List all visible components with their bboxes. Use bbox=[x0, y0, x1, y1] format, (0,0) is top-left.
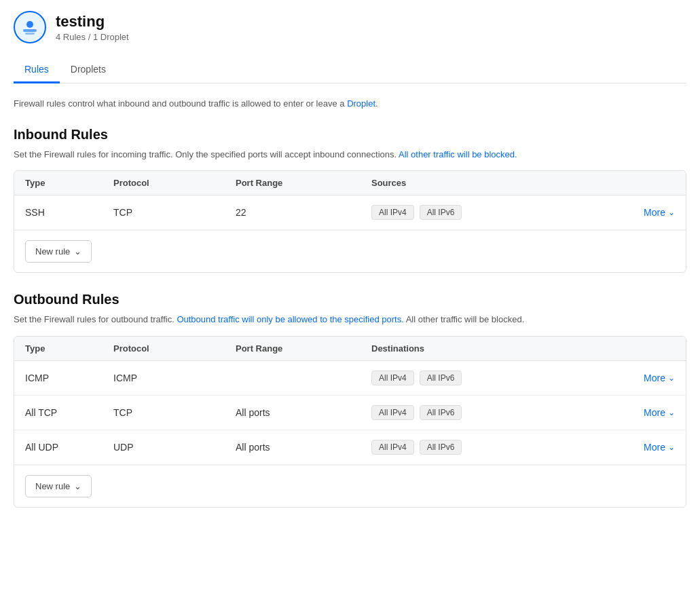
outbound-protocol-icmp: ICMP bbox=[113, 373, 236, 383]
outbound-col-destinations: Destinations bbox=[371, 343, 593, 354]
svg-point-0 bbox=[26, 21, 33, 28]
firewall-description: Firewall rules control what inbound and … bbox=[14, 97, 686, 111]
outbound-destinations-udp: All IPv4 All IPv6 bbox=[371, 440, 593, 455]
outbound-rules-table: Type Protocol Port Range Destinations IC… bbox=[14, 336, 686, 508]
outbound-col-protocol: Protocol bbox=[113, 343, 236, 354]
inbound-table-header: Type Protocol Port Range Sources bbox=[14, 171, 686, 195]
inbound-type-ssh: SSH bbox=[25, 207, 113, 218]
inbound-section: Inbound Rules Set the Firewall rules for… bbox=[14, 127, 686, 273]
outbound-type-udp: All UDP bbox=[25, 442, 113, 453]
outbound-new-rule-button[interactable]: New rule ⌄ bbox=[25, 475, 92, 497]
outbound-destinations-icmp: All IPv4 All IPv6 bbox=[371, 371, 593, 385]
outbound-col-type: Type bbox=[25, 343, 113, 354]
inbound-protocol-ssh: TCP bbox=[113, 207, 236, 218]
chevron-down-icon: ⌄ bbox=[74, 481, 81, 491]
inbound-port-ssh: 22 bbox=[236, 207, 371, 218]
page-header: testing 4 Rules / 1 Droplet bbox=[14, 11, 686, 43]
chevron-down-icon: ⌄ bbox=[668, 408, 675, 417]
inbound-block-link: All other traffic will be blocked. bbox=[399, 149, 517, 159]
outbound-col-port: Port Range bbox=[236, 343, 371, 354]
firewall-avatar bbox=[14, 11, 46, 43]
outbound-more-icmp[interactable]: More ⌄ bbox=[593, 373, 675, 383]
outbound-description: Set the Firewall rules for outbound traf… bbox=[14, 313, 686, 326]
inbound-new-rule-label: New rule bbox=[35, 246, 70, 257]
chevron-down-icon: ⌄ bbox=[668, 442, 675, 452]
outbound-title: Outbound Rules bbox=[14, 292, 686, 307]
outbound-type-tcp: All TCP bbox=[25, 407, 113, 418]
outbound-type-icmp: ICMP bbox=[25, 373, 113, 383]
tab-rules[interactable]: Rules bbox=[14, 57, 60, 83]
tab-bar: Rules Droplets bbox=[14, 57, 686, 83]
badge-all-ipv4: All IPv4 bbox=[371, 205, 414, 220]
inbound-description: Set the Firewall rules for incoming traf… bbox=[14, 148, 686, 162]
outbound-port-udp: All ports bbox=[236, 442, 371, 453]
inbound-sources-ssh: All IPv4 All IPv6 bbox=[371, 205, 593, 220]
inbound-col-protocol: Protocol bbox=[113, 178, 236, 188]
inbound-col-port: Port Range bbox=[236, 178, 371, 188]
outbound-new-rule-row: New rule ⌄ bbox=[14, 465, 686, 507]
svg-rect-2 bbox=[25, 33, 35, 35]
outbound-row-all-tcp: All TCP TCP All ports All IPv4 All IPv6 … bbox=[14, 396, 686, 430]
outbound-row-icmp: ICMP ICMP All IPv4 All IPv6 More ⌄ bbox=[14, 361, 686, 396]
inbound-title: Inbound Rules bbox=[14, 127, 686, 143]
outbound-more-tcp[interactable]: More ⌄ bbox=[593, 407, 675, 418]
outbound-port-tcp: All ports bbox=[236, 407, 371, 418]
outbound-more-udp[interactable]: More ⌄ bbox=[593, 442, 675, 453]
badge-all-ipv6: All IPv6 bbox=[420, 440, 462, 455]
inbound-col-type: Type bbox=[25, 178, 113, 188]
outbound-table-header: Type Protocol Port Range Destinations bbox=[14, 337, 686, 361]
badge-all-ipv6: All IPv6 bbox=[420, 371, 462, 385]
outbound-section: Outbound Rules Set the Firewall rules fo… bbox=[14, 292, 686, 508]
chevron-down-icon: ⌄ bbox=[668, 208, 675, 217]
outbound-protocol-tcp: TCP bbox=[113, 407, 236, 418]
outbound-new-rule-label: New rule bbox=[35, 481, 70, 491]
page-subtitle: 4 Rules / 1 Droplet bbox=[56, 32, 129, 42]
outbound-protocol-udp: UDP bbox=[113, 442, 236, 453]
outbound-row-all-udp: All UDP UDP All ports All IPv4 All IPv6 … bbox=[14, 430, 686, 465]
inbound-col-sources: Sources bbox=[371, 178, 593, 188]
inbound-rules-table: Type Protocol Port Range Sources SSH TCP… bbox=[14, 170, 686, 273]
badge-all-ipv4: All IPv4 bbox=[371, 371, 414, 385]
tab-droplets[interactable]: Droplets bbox=[60, 57, 117, 83]
chevron-down-icon: ⌄ bbox=[74, 246, 81, 257]
header-text-block: testing 4 Rules / 1 Droplet bbox=[56, 13, 129, 42]
page-title: testing bbox=[56, 13, 129, 31]
chevron-down-icon: ⌄ bbox=[668, 373, 675, 383]
droplet-link[interactable]: Droplet bbox=[347, 98, 375, 109]
inbound-row-ssh: SSH TCP 22 All IPv4 All IPv6 More ⌄ bbox=[14, 195, 686, 230]
inbound-more-ssh[interactable]: More ⌄ bbox=[593, 207, 675, 218]
outbound-destinations-tcp: All IPv4 All IPv6 bbox=[371, 405, 593, 420]
badge-all-ipv4: All IPv4 bbox=[371, 440, 414, 455]
badge-all-ipv6: All IPv6 bbox=[420, 405, 462, 420]
svg-rect-1 bbox=[23, 29, 37, 32]
outbound-link: Outbound traffic will only be allowed to… bbox=[177, 314, 403, 324]
badge-all-ipv6: All IPv6 bbox=[420, 205, 462, 220]
badge-all-ipv4: All IPv4 bbox=[371, 405, 414, 420]
inbound-new-rule-button[interactable]: New rule ⌄ bbox=[25, 240, 92, 263]
inbound-new-rule-row: New rule ⌄ bbox=[14, 230, 686, 272]
